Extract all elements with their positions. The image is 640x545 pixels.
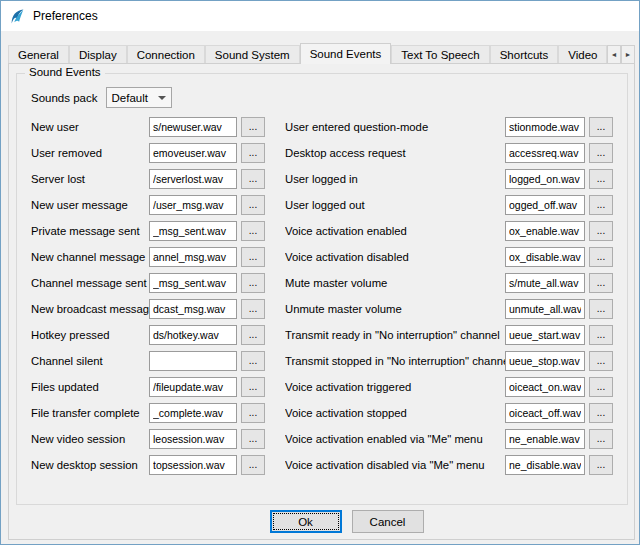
event-column-left: New user... User removed... Server lost.…	[31, 114, 285, 478]
event-label: Private message sent	[31, 225, 149, 237]
browse-button[interactable]: ...	[589, 377, 613, 397]
browse-button[interactable]: ...	[589, 455, 613, 475]
ok-button[interactable]: Ok	[270, 510, 342, 533]
event-label: Channel silent	[31, 355, 149, 367]
event-sound-input[interactable]	[505, 429, 585, 449]
browse-button[interactable]: ...	[241, 195, 265, 215]
event-label: Voice activation enabled via "Me" menu	[285, 433, 505, 445]
event-sound-input[interactable]	[505, 299, 585, 319]
event-sound-input[interactable]	[149, 325, 237, 345]
event-sound-input[interactable]	[505, 117, 585, 137]
event-row: Hotkey pressed...	[31, 322, 285, 348]
event-sound-input[interactable]	[149, 299, 237, 319]
browse-button[interactable]: ...	[241, 403, 265, 423]
tab-sound-events[interactable]: Sound Events	[300, 43, 392, 64]
browse-button[interactable]: ...	[589, 247, 613, 267]
browse-button[interactable]: ...	[241, 429, 265, 449]
event-label: Mute master volume	[285, 277, 505, 289]
event-sound-input[interactable]	[149, 351, 237, 371]
browse-button[interactable]: ...	[241, 299, 265, 319]
event-row: User removed...	[31, 140, 285, 166]
event-row: Files updated...	[31, 374, 285, 400]
browse-button[interactable]: ...	[241, 377, 265, 397]
sounds-pack-select[interactable]: Default	[106, 87, 172, 108]
tab-scroll-left-icon[interactable]	[607, 45, 621, 64]
event-sound-input[interactable]	[149, 273, 237, 293]
event-label: User logged in	[285, 173, 505, 185]
browse-button[interactable]: ...	[241, 143, 265, 163]
browse-button[interactable]: ...	[589, 351, 613, 371]
event-row: Voice activation disabled...	[285, 244, 619, 270]
browse-button[interactable]: ...	[589, 221, 613, 241]
event-row: New video session...	[31, 426, 285, 452]
browse-button[interactable]: ...	[241, 117, 265, 137]
browse-button[interactable]: ...	[241, 273, 265, 293]
browse-button[interactable]: ...	[589, 273, 613, 293]
event-label: Voice activation disabled	[285, 251, 505, 263]
event-row: New broadcast message...	[31, 296, 285, 322]
event-row: New user message...	[31, 192, 285, 218]
event-sound-input[interactable]	[505, 247, 585, 267]
browse-button[interactable]: ...	[241, 247, 265, 267]
event-sound-input[interactable]	[505, 325, 585, 345]
event-label: Files updated	[31, 381, 149, 393]
event-label: Hotkey pressed	[31, 329, 149, 341]
event-sound-input[interactable]	[505, 377, 585, 397]
sounds-pack-row: Sounds pack Default	[31, 87, 627, 108]
event-sound-input[interactable]	[505, 195, 585, 215]
event-row: Channel message sent...	[31, 270, 285, 296]
event-sound-input[interactable]	[505, 169, 585, 189]
title-bar: Preferences	[1, 1, 639, 31]
tab-sound-system[interactable]: Sound System	[205, 45, 300, 64]
event-sound-input[interactable]	[149, 117, 237, 137]
event-sound-input[interactable]	[149, 455, 237, 475]
browse-button[interactable]: ...	[589, 195, 613, 215]
browse-button[interactable]: ...	[589, 299, 613, 319]
tab-video[interactable]: Video	[558, 45, 607, 64]
event-label: Unmute master volume	[285, 303, 505, 315]
event-sound-input[interactable]	[149, 403, 237, 423]
browse-button[interactable]: ...	[241, 325, 265, 345]
event-grid: New user... User removed... Server lost.…	[31, 114, 627, 478]
event-sound-input[interactable]	[505, 403, 585, 423]
event-label: New user message	[31, 199, 149, 211]
event-sound-input[interactable]	[505, 273, 585, 293]
event-row: Voice activation stopped...	[285, 400, 619, 426]
event-row: Transmit ready in "No interruption" chan…	[285, 322, 619, 348]
event-label: Voice activation stopped	[285, 407, 505, 419]
browse-button[interactable]: ...	[589, 325, 613, 345]
event-sound-input[interactable]	[505, 455, 585, 475]
tab-scrollers	[607, 45, 635, 64]
event-sound-input[interactable]	[149, 429, 237, 449]
tab-scroll-right-icon[interactable]	[621, 45, 635, 64]
event-row: Transmit stopped in "No interruption" ch…	[285, 348, 619, 374]
browse-button[interactable]: ...	[241, 455, 265, 475]
cancel-button[interactable]: Cancel	[352, 510, 424, 533]
event-sound-input[interactable]	[505, 351, 585, 371]
event-sound-input[interactable]	[505, 143, 585, 163]
tab-display[interactable]: Display	[69, 45, 127, 64]
event-sound-input[interactable]	[149, 221, 237, 241]
browse-button[interactable]: ...	[241, 169, 265, 189]
tab-general[interactable]: General	[8, 45, 69, 64]
browse-button[interactable]: ...	[241, 351, 265, 371]
browse-button[interactable]: ...	[589, 429, 613, 449]
event-sound-input[interactable]	[149, 377, 237, 397]
browse-button[interactable]: ...	[589, 117, 613, 137]
event-sound-input[interactable]	[149, 247, 237, 267]
browse-button[interactable]: ...	[589, 403, 613, 423]
event-label: Channel message sent	[31, 277, 149, 289]
event-label: New user	[31, 121, 149, 133]
tab-text-to-speech[interactable]: Text To Speech	[391, 45, 489, 64]
browse-button[interactable]: ...	[241, 221, 265, 241]
event-row: Voice activation disabled via "Me" menu.…	[285, 452, 619, 478]
browse-button[interactable]: ...	[589, 143, 613, 163]
tab-shortcuts[interactable]: Shortcuts	[490, 45, 559, 64]
event-sound-input[interactable]	[149, 195, 237, 215]
browse-button[interactable]: ...	[589, 169, 613, 189]
event-sound-input[interactable]	[149, 143, 237, 163]
event-sound-input[interactable]	[505, 221, 585, 241]
tab-connection[interactable]: Connection	[127, 45, 205, 64]
event-label: Server lost	[31, 173, 149, 185]
event-sound-input[interactable]	[149, 169, 237, 189]
